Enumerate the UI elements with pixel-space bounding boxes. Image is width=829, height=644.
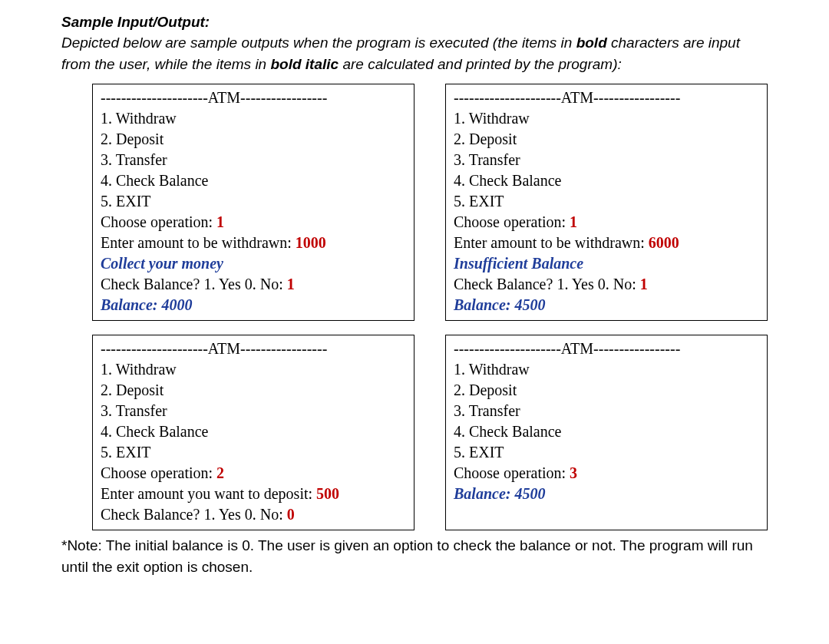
intro-paragraph: Depicted below are sample outputs when t… (61, 32, 768, 74)
balance-output: Balance: 4500 (454, 295, 759, 315)
menu-item: 2. Deposit (454, 129, 759, 150)
amount-label: Enter amount to be withdrawn: (101, 234, 296, 251)
user-amount: 6000 (649, 234, 679, 251)
intro-text-1: Depicted below are sample outputs when t… (61, 35, 576, 51)
menu-item: 1. Withdraw (454, 108, 759, 129)
amount-label: Enter amount to be withdrawn: (454, 234, 649, 251)
choose-label: Choose operation: (454, 464, 570, 481)
program-message: Insufficient Balance (454, 253, 759, 274)
intro-bold-1: bold (576, 35, 607, 51)
user-choice: 3 (570, 464, 577, 481)
user-choice: 1 (216, 213, 224, 230)
user-checkbal: 0 (287, 506, 295, 523)
menu-item: 5. EXIT (454, 442, 759, 463)
checkbal-label: Check Balance? 1. Yes 0. No: (101, 276, 287, 292)
footnote: *Note: The initial balance is 0. The use… (61, 535, 768, 577)
amount-line: Enter amount to be withdrawn: 1000 (101, 233, 406, 253)
choose-label: Choose operation: (101, 464, 216, 481)
menu-item: 1. Withdraw (101, 359, 406, 380)
output-box-2: ---------------------ATM----------------… (445, 84, 768, 321)
program-message: Collect your money (101, 253, 406, 274)
menu-item: 4. Check Balance (454, 170, 759, 191)
amount-line: Enter amount you want to deposit: 500 (101, 484, 406, 504)
atm-header: ---------------------ATM----------------… (454, 339, 759, 359)
checkbal-line: Check Balance? 1. Yes 0. No: 0 (101, 504, 406, 525)
menu-item: 3. Transfer (454, 150, 759, 170)
amount-line: Enter amount to be withdrawn: 6000 (454, 233, 759, 253)
balance-output: Balance: 4500 (454, 484, 759, 504)
atm-header: ---------------------ATM----------------… (101, 339, 406, 359)
choose-line: Choose operation: 2 (101, 463, 406, 484)
checkbal-label: Check Balance? 1. Yes 0. No: (454, 276, 640, 292)
user-choice: 1 (570, 213, 577, 230)
choose-line: Choose operation: 1 (101, 212, 406, 233)
checkbal-line: Check Balance? 1. Yes 0. No: 1 (454, 274, 759, 295)
choose-label: Choose operation: (101, 213, 216, 230)
menu-item: 5. EXIT (101, 191, 406, 212)
output-grid: ---------------------ATM----------------… (92, 84, 768, 530)
section-heading: Sample Input/Output: (61, 14, 768, 31)
output-box-3: ---------------------ATM----------------… (92, 335, 414, 530)
menu-item: 5. EXIT (454, 191, 759, 212)
menu-item: 1. Withdraw (101, 108, 406, 129)
intro-text-3: are calculated and printed by the progra… (339, 56, 622, 72)
menu-item: 1. Withdraw (454, 359, 759, 380)
user-checkbal: 1 (287, 276, 295, 292)
menu-item: 3. Transfer (454, 401, 759, 421)
menu-item: 4. Check Balance (454, 421, 759, 442)
user-amount: 500 (316, 485, 339, 502)
menu-item: 4. Check Balance (101, 170, 406, 191)
balance-output: Balance: 4000 (101, 295, 406, 315)
menu-item: 3. Transfer (101, 150, 406, 170)
user-amount: 1000 (296, 234, 326, 251)
output-box-1: ---------------------ATM----------------… (92, 84, 414, 321)
user-checkbal: 1 (640, 276, 648, 292)
output-box-4: ---------------------ATM----------------… (445, 335, 768, 530)
intro-bold-italic: bold italic (270, 56, 339, 72)
menu-item: 5. EXIT (101, 442, 406, 463)
menu-item: 2. Deposit (101, 129, 406, 150)
menu-item: 2. Deposit (101, 380, 406, 401)
choose-line: Choose operation: 1 (454, 212, 759, 233)
checkbal-label: Check Balance? 1. Yes 0. No: (101, 506, 287, 523)
menu-item: 3. Transfer (101, 401, 406, 421)
menu-item: 4. Check Balance (101, 421, 406, 442)
atm-header: ---------------------ATM----------------… (101, 88, 406, 108)
checkbal-line: Check Balance? 1. Yes 0. No: 1 (101, 274, 406, 295)
choose-label: Choose operation: (454, 213, 570, 230)
amount-label: Enter amount you want to deposit: (101, 485, 316, 502)
choose-line: Choose operation: 3 (454, 463, 759, 484)
user-choice: 2 (216, 464, 224, 481)
atm-header: ---------------------ATM----------------… (454, 88, 759, 108)
menu-item: 2. Deposit (454, 380, 759, 401)
